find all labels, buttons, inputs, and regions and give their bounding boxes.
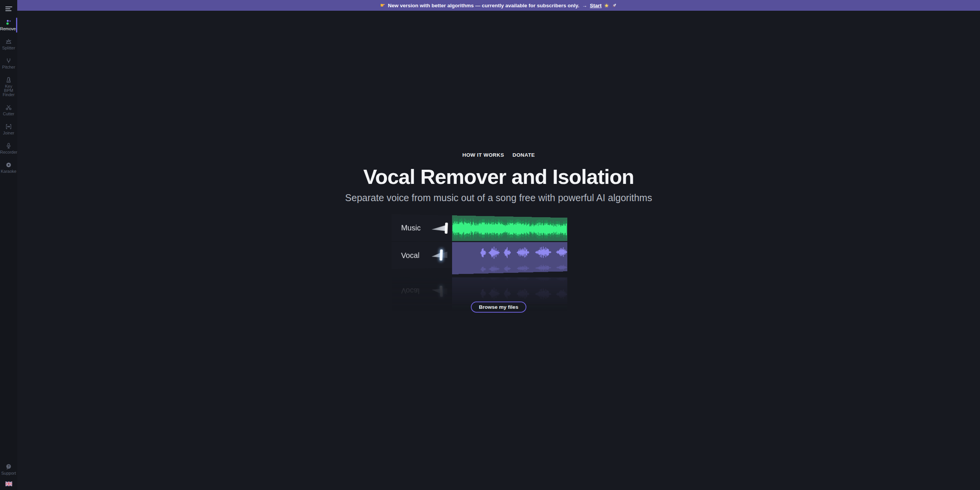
vocal-label-cell: Vocal bbox=[392, 242, 452, 269]
music-volume-handle bbox=[444, 313, 448, 324]
music-track-row: Music bbox=[392, 214, 567, 241]
promo-arrow: → bbox=[582, 3, 587, 8]
sidebar-item-pitcher[interactable]: Pitcher bbox=[0, 57, 17, 70]
vocal-track-label: Vocal bbox=[401, 251, 419, 260]
microphone-icon bbox=[5, 143, 12, 149]
sidebar: Remover Splitter Pitcher bbox=[0, 0, 17, 490]
sidebar-item-label: Splitter bbox=[2, 46, 15, 50]
vocal-volume-handle[interactable] bbox=[439, 249, 443, 261]
promo-message: New version with better algorithms — cur… bbox=[388, 3, 579, 8]
metronome-icon bbox=[5, 77, 12, 83]
tuning-fork-icon bbox=[5, 57, 12, 64]
sidebar-nav: Remover Splitter Pitcher bbox=[0, 18, 17, 174]
music-waveform bbox=[452, 305, 567, 331]
music-volume-handle[interactable] bbox=[444, 223, 448, 234]
menu-button[interactable] bbox=[0, 0, 17, 15]
main-content: HOW IT WORKS DONATE Vocal Remover and Is… bbox=[17, 11, 980, 490]
music-track-label: Music bbox=[401, 314, 420, 323]
vocal-volume-slider bbox=[431, 286, 447, 297]
sidebar-item-label: Joiner bbox=[3, 131, 15, 135]
vocal-track-row: Vocal bbox=[392, 242, 567, 269]
sidebar-item-joiner[interactable]: Joiner bbox=[0, 123, 17, 136]
promo-banner: ☛ New version with better algorithms — c… bbox=[17, 0, 980, 11]
vocal-waveform bbox=[452, 272, 567, 304]
joiner-brackets-icon bbox=[5, 123, 12, 130]
support-button[interactable]: ? Support bbox=[0, 463, 17, 476]
remover-logo-icon bbox=[5, 19, 12, 26]
uk-flag-language-button[interactable] bbox=[5, 482, 12, 486]
page-subtitle: Separate voice from music out of a song … bbox=[345, 192, 652, 203]
sidebar-item-label: Cutter bbox=[3, 112, 15, 116]
sidebar-item-splitter[interactable]: Splitter bbox=[0, 38, 17, 51]
demo-stage-mirror: Music Vocal bbox=[392, 277, 567, 332]
disc-icon bbox=[5, 162, 12, 168]
sidebar-item-remover[interactable]: Remover bbox=[0, 18, 17, 32]
music-volume-slider[interactable] bbox=[431, 223, 447, 234]
support-label: Support bbox=[1, 471, 16, 475]
rocket-icon bbox=[611, 3, 617, 8]
music-track-label: Music bbox=[401, 223, 420, 232]
sidebar-item-label: Remover bbox=[0, 27, 17, 31]
sidebar-item-karaoke[interactable]: Karaoke bbox=[0, 161, 17, 174]
music-waveform bbox=[452, 215, 567, 241]
promo-start-link[interactable]: Start bbox=[590, 3, 602, 8]
donate-link[interactable]: DONATE bbox=[513, 152, 535, 158]
sidebar-item-label: Pitcher bbox=[2, 65, 15, 69]
help-bubble-icon: ? bbox=[5, 464, 12, 470]
page-links: HOW IT WORKS DONATE bbox=[462, 152, 535, 158]
how-it-works-link[interactable]: HOW IT WORKS bbox=[462, 152, 504, 158]
vocal-volume-handle bbox=[439, 286, 443, 297]
sidebar-item-label: Karaoke bbox=[1, 169, 16, 174]
pointing-right-hand-icon: ☛ bbox=[380, 2, 385, 9]
waveform-demo: Music Vocal bbox=[392, 214, 606, 295]
svg-text:?: ? bbox=[8, 464, 10, 468]
sidebar-item-recorder[interactable]: Recorder bbox=[0, 142, 17, 155]
sidebar-item-key-bpm-finder[interactable]: Key BPM Finder bbox=[0, 76, 17, 98]
vocal-track-row: Vocal bbox=[392, 277, 567, 304]
sidebar-item-cutter[interactable]: Cutter bbox=[0, 103, 17, 117]
music-label-cell: Music bbox=[392, 214, 452, 241]
glowing-star-icon: ★ bbox=[604, 3, 609, 8]
hamburger-menu-icon bbox=[5, 6, 13, 12]
music-label-cell: Music bbox=[392, 305, 452, 332]
vocal-waveform bbox=[452, 242, 567, 274]
vocal-track-label: Vocal bbox=[401, 286, 419, 295]
vocal-volume-slider[interactable] bbox=[431, 249, 447, 261]
sidebar-bottom: ? Support bbox=[0, 463, 17, 490]
music-volume-slider bbox=[431, 313, 447, 324]
sidebar-item-label: Key BPM Finder bbox=[0, 84, 17, 97]
scissors-icon bbox=[5, 104, 12, 111]
demo-stage: Music Vocal bbox=[392, 214, 567, 269]
page-title: Vocal Remover and Isolation bbox=[363, 165, 634, 188]
vocal-label-cell: Vocal bbox=[392, 277, 452, 304]
demo-reflection: Music Vocal bbox=[392, 277, 606, 332]
splitter-prism-icon bbox=[5, 38, 12, 45]
sidebar-item-label: Recorder bbox=[0, 150, 17, 154]
music-track-row: Music bbox=[392, 305, 567, 332]
